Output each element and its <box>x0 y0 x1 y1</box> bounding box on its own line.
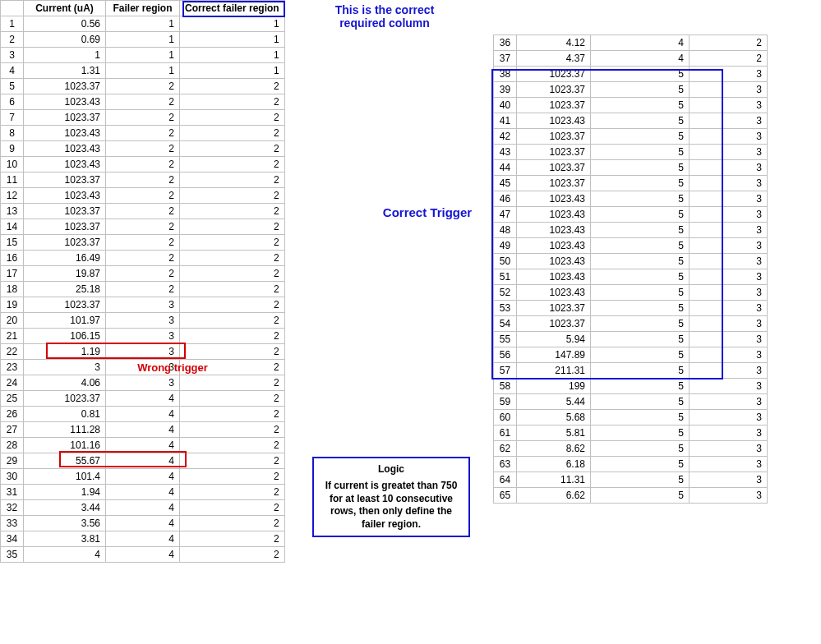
failer-cell[interactable]: 5 <box>591 145 690 160</box>
failer-cell[interactable]: 3 <box>106 297 180 313</box>
table-row[interactable]: 628.6253 <box>494 441 768 457</box>
failer-cell[interactable]: 5 <box>591 176 690 191</box>
table-row[interactable]: 451023.3753 <box>494 176 768 191</box>
table-row[interactable]: 501023.4353 <box>494 254 768 269</box>
failer-cell[interactable]: 2 <box>106 251 180 266</box>
table-row[interactable]: 521023.4353 <box>494 285 768 301</box>
table-row[interactable]: 401023.3753 <box>494 98 768 113</box>
correct-failer-cell[interactable]: 1 <box>180 48 285 63</box>
correct-failer-cell[interactable]: 3 <box>690 426 768 441</box>
table-row[interactable]: 491023.4353 <box>494 238 768 254</box>
correct-failer-cell[interactable]: 3 <box>690 254 768 269</box>
table-row[interactable]: 2955.6742 <box>1 453 285 469</box>
table-row[interactable]: 71023.3722 <box>1 110 285 126</box>
table-row[interactable]: 1616.4922 <box>1 251 285 266</box>
current-cell[interactable]: 1023.37 <box>517 301 591 316</box>
correct-failer-cell[interactable]: 3 <box>690 160 768 176</box>
failer-cell[interactable]: 1 <box>106 48 180 63</box>
correct-failer-cell[interactable]: 2 <box>180 110 285 126</box>
current-cell[interactable]: 19.87 <box>24 266 106 282</box>
correct-failer-cell[interactable]: 3 <box>690 347 768 363</box>
failer-cell[interactable]: 5 <box>591 379 690 394</box>
current-cell[interactable]: 199 <box>517 379 591 394</box>
table-row[interactable]: 131023.3722 <box>1 204 285 219</box>
current-cell[interactable]: 3.81 <box>24 531 106 547</box>
table-row[interactable]: 260.8142 <box>1 407 285 422</box>
failer-cell[interactable]: 5 <box>591 316 690 332</box>
failer-cell[interactable]: 1 <box>106 16 180 32</box>
table-row[interactable]: 21106.1532 <box>1 329 285 344</box>
table-row[interactable]: 41.3111 <box>1 63 285 79</box>
failer-cell[interactable]: 3 <box>106 313 180 329</box>
table-row[interactable]: 441023.3753 <box>494 160 768 176</box>
failer-cell[interactable]: 2 <box>106 126 180 141</box>
current-cell[interactable]: 106.15 <box>24 329 106 344</box>
failer-cell[interactable]: 5 <box>591 301 690 316</box>
table-row[interactable]: 411023.4353 <box>494 113 768 129</box>
correct-failer-cell[interactable]: 2 <box>180 344 285 360</box>
table-row[interactable]: 531023.3753 <box>494 301 768 316</box>
current-cell[interactable]: 1023.37 <box>24 235 106 251</box>
failer-cell[interactable]: 5 <box>591 98 690 113</box>
current-cell[interactable]: 1023.43 <box>517 238 591 254</box>
correct-failer-cell[interactable]: 2 <box>180 547 285 563</box>
correct-failer-cell[interactable]: 2 <box>180 391 285 407</box>
table-row[interactable]: 6411.3153 <box>494 472 768 488</box>
current-cell[interactable]: 101.4 <box>24 469 106 485</box>
failer-cell[interactable]: 3 <box>106 360 180 375</box>
failer-cell[interactable]: 5 <box>591 472 690 488</box>
current-cell[interactable]: 1023.37 <box>24 79 106 94</box>
table-row[interactable]: 656.6253 <box>494 488 768 504</box>
correct-failer-cell[interactable]: 2 <box>180 422 285 438</box>
failer-cell[interactable]: 2 <box>106 219 180 235</box>
table-row[interactable]: 605.6853 <box>494 410 768 426</box>
current-cell[interactable]: 101.97 <box>24 313 106 329</box>
current-cell[interactable]: 1023.37 <box>517 82 591 98</box>
failer-cell[interactable]: 5 <box>591 67 690 82</box>
table-row[interactable]: 1719.8722 <box>1 266 285 282</box>
current-cell[interactable]: 4 <box>24 547 106 563</box>
current-cell[interactable]: 1023.43 <box>517 207 591 223</box>
correct-failer-cell[interactable]: 3 <box>690 394 768 410</box>
correct-failer-cell[interactable]: 3 <box>690 301 768 316</box>
current-cell[interactable]: 25.18 <box>24 282 106 297</box>
correct-failer-cell[interactable]: 2 <box>690 35 768 51</box>
table-row[interactable]: 35442 <box>1 547 285 563</box>
table-row[interactable]: 3111 <box>1 48 285 63</box>
failer-cell[interactable]: 3 <box>106 375 180 391</box>
table-row[interactable]: 61023.4322 <box>1 94 285 110</box>
table-row[interactable]: 541023.3753 <box>494 316 768 332</box>
correct-failer-cell[interactable]: 3 <box>690 285 768 301</box>
failer-cell[interactable]: 4 <box>591 51 690 67</box>
failer-cell[interactable]: 5 <box>591 129 690 145</box>
current-cell[interactable]: 4.12 <box>517 35 591 51</box>
correct-failer-cell[interactable]: 3 <box>690 363 768 379</box>
failer-cell[interactable]: 4 <box>106 453 180 469</box>
table-row[interactable]: 471023.4353 <box>494 207 768 223</box>
current-cell[interactable]: 147.89 <box>517 347 591 363</box>
table-row[interactable]: 221.1932 <box>1 344 285 360</box>
correct-failer-cell[interactable]: 3 <box>690 145 768 160</box>
correct-failer-cell[interactable]: 2 <box>180 235 285 251</box>
current-cell[interactable]: 3 <box>24 360 106 375</box>
current-cell[interactable]: 1023.43 <box>517 285 591 301</box>
table-row[interactable]: 636.1853 <box>494 457 768 472</box>
table-row[interactable]: 244.0632 <box>1 375 285 391</box>
current-cell[interactable]: 101.16 <box>24 438 106 453</box>
correct-failer-cell[interactable]: 2 <box>180 516 285 531</box>
current-cell[interactable]: 11.31 <box>517 472 591 488</box>
correct-failer-cell[interactable]: 3 <box>690 129 768 145</box>
failer-cell[interactable]: 4 <box>106 516 180 531</box>
correct-failer-cell[interactable]: 3 <box>690 379 768 394</box>
failer-cell[interactable]: 1 <box>106 32 180 48</box>
table-row[interactable]: 364.1242 <box>494 35 768 51</box>
failer-cell[interactable]: 4 <box>106 531 180 547</box>
table-row[interactable]: 101023.4322 <box>1 157 285 172</box>
correct-failer-cell[interactable]: 2 <box>180 126 285 141</box>
failer-cell[interactable]: 5 <box>591 394 690 410</box>
table-row[interactable]: 141023.3722 <box>1 219 285 235</box>
current-cell[interactable]: 1023.43 <box>517 223 591 238</box>
table-row[interactable]: 5819953 <box>494 379 768 394</box>
table-row[interactable]: 374.3742 <box>494 51 768 67</box>
current-cell[interactable]: 1023.43 <box>24 188 106 204</box>
